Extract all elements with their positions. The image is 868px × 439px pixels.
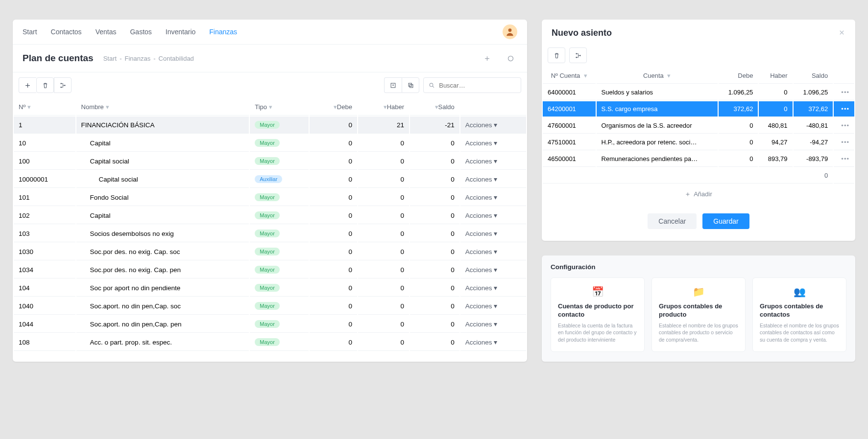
- cell-haber: 0: [358, 298, 409, 315]
- row-actions[interactable]: Acciones ▾: [460, 171, 526, 188]
- table-row[interactable]: 10CapitalMayor000Acciones ▾: [14, 135, 526, 152]
- nav-item-contactos[interactable]: Contactos: [51, 28, 82, 36]
- close-icon: [838, 29, 845, 36]
- row-menu[interactable]: •••: [841, 155, 849, 162]
- delete-button[interactable]: [36, 77, 54, 93]
- copy-button[interactable]: [402, 77, 419, 93]
- table-row[interactable]: 10000001Capital socialAuxiliar000Accione…: [14, 171, 526, 188]
- nav-item-inventario[interactable]: Inventario: [166, 28, 195, 36]
- nav-item-gastos[interactable]: Gastos: [130, 28, 151, 36]
- row-menu[interactable]: •••: [841, 139, 849, 146]
- row-actions[interactable]: Acciones ▾: [460, 189, 526, 206]
- row-actions[interactable]: Acciones ▾: [460, 116, 526, 134]
- cell-no: 10000001: [14, 171, 75, 188]
- svg-point-11: [579, 55, 581, 56]
- cell-tipo: Mayor: [250, 225, 308, 242]
- col-tipo[interactable]: Tipo▾: [250, 99, 308, 116]
- mcol-saldo[interactable]: Saldo: [794, 68, 833, 84]
- modal-tree-button[interactable]: [569, 47, 587, 63]
- row-actions[interactable]: Acciones ▾: [460, 298, 526, 315]
- table-row[interactable]: 1040Soc.aport. no din pen,Cap. socMayor0…: [14, 298, 526, 315]
- avatar[interactable]: [503, 24, 517, 39]
- col-saldo[interactable]: ▾Saldo: [410, 99, 459, 116]
- row-actions[interactable]: Acciones ▾: [460, 153, 526, 170]
- cell-haber: 0: [358, 171, 409, 188]
- col-debe[interactable]: ▾Debe: [310, 99, 357, 116]
- svg-rect-7: [410, 84, 412, 87]
- row-actions[interactable]: Acciones ▾: [460, 207, 526, 224]
- row-actions[interactable]: Acciones ▾: [460, 334, 526, 351]
- close-button[interactable]: [838, 27, 845, 39]
- nav-item-ventas[interactable]: Ventas: [96, 28, 117, 36]
- table-row[interactable]: 100Capital socialMayor000Acciones ▾: [14, 153, 526, 170]
- mcol-no[interactable]: Nº Cuenta ▾: [543, 68, 596, 84]
- entry-row[interactable]: 64000001Sueldos y salarios1.096,2501.096…: [543, 85, 854, 100]
- row-actions[interactable]: Acciones ▾: [460, 243, 526, 260]
- table-row[interactable]: 102CapitalMayor000Acciones ▾: [14, 207, 526, 224]
- cell-tipo: Mayor: [250, 243, 308, 260]
- config-card[interactable]: 📅Cuentas de producto por contactoEstable…: [551, 277, 645, 352]
- modal-delete-button[interactable]: [548, 47, 565, 63]
- cell-debe: 0: [719, 118, 758, 134]
- breadcrumb-item[interactable]: Contabilidad: [159, 55, 194, 62]
- new-row-button[interactable]: [19, 77, 36, 93]
- nav-item-finanzas[interactable]: Finanzas: [209, 28, 237, 36]
- cell-haber: 0: [759, 101, 792, 117]
- table-row[interactable]: 1030Soc.por des. no exig. Cap. socMayor0…: [14, 243, 526, 260]
- cancel-button[interactable]: Cancelar: [648, 213, 697, 229]
- row-actions[interactable]: Acciones ▾: [460, 225, 526, 242]
- row-menu[interactable]: •••: [841, 89, 849, 96]
- mcol-debe[interactable]: Debe: [719, 68, 758, 84]
- svg-point-3: [60, 87, 62, 88]
- row-menu[interactable]: •••: [841, 122, 849, 129]
- refresh-button[interactable]: [504, 51, 517, 65]
- tree-button[interactable]: [54, 77, 72, 93]
- nav-item-start[interactable]: Start: [23, 28, 37, 36]
- mcol-haber[interactable]: Haber: [759, 68, 792, 84]
- row-actions[interactable]: Acciones ▾: [460, 135, 526, 152]
- breadcrumb-item[interactable]: Finanzas: [124, 55, 150, 62]
- entry-row[interactable]: 46500001Remuneraciones pendientes pa…089…: [543, 151, 854, 167]
- cell-no: 1044: [14, 316, 75, 333]
- table-row[interactable]: 1044Soc.aport. no din pen,Cap. penMayor0…: [14, 316, 526, 333]
- cell-nombre: Soc.por des. no exig. Cap. soc: [76, 243, 249, 260]
- cell-nombre: Acc. o part. prop. sit. espec.: [76, 334, 249, 351]
- mcol-cuenta[interactable]: Cuenta ▾: [597, 68, 718, 84]
- table-row[interactable]: 1FINANCIACIÓN BÁSICAMayor021-21Acciones …: [14, 116, 526, 134]
- cell-saldo: 0: [410, 225, 459, 242]
- svg-point-4: [64, 85, 66, 86]
- cell-nombre: Socios desembolsos no exig: [76, 225, 249, 242]
- row-actions[interactable]: Acciones ▾: [460, 261, 526, 278]
- row-actions[interactable]: Acciones ▾: [460, 316, 526, 333]
- search-input[interactable]: [439, 82, 516, 89]
- accounts-table: Nº▾ Nombre▾ Tipo▾ ▾Debe ▾Haber ▾Saldo 1F…: [13, 98, 527, 352]
- table-row[interactable]: 108Acc. o part. prop. sit. espec.Mayor00…: [14, 334, 526, 351]
- col-no[interactable]: Nº▾: [14, 99, 75, 116]
- entry-row[interactable]: 47510001H.P., acreedora por retenc. soci…: [543, 135, 854, 150]
- add-button[interactable]: [480, 51, 494, 65]
- cell-tipo: Mayor: [250, 334, 308, 351]
- table-row[interactable]: 101Fondo SocialMayor000Acciones ▾: [14, 189, 526, 206]
- cell-debe: 0: [310, 135, 357, 152]
- table-row[interactable]: 103Socios desembolsos no exigMayor000Acc…: [14, 225, 526, 242]
- table-row[interactable]: 1034Soc.por des. no exig. Cap. penMayor0…: [14, 261, 526, 278]
- cell-tipo: Mayor: [250, 207, 308, 224]
- cell-haber: 0: [358, 207, 409, 224]
- save-button[interactable]: Guardar: [702, 213, 749, 229]
- col-nombre[interactable]: Nombre▾: [76, 99, 249, 116]
- config-card[interactable]: 📁Grupos contables de productoEstablece e…: [651, 277, 746, 352]
- row-actions[interactable]: Acciones ▾: [460, 279, 526, 297]
- breadcrumb-item[interactable]: Start: [103, 55, 117, 62]
- table-row[interactable]: 104Soc por aport no din pendienteMayor00…: [14, 279, 526, 297]
- cell-no: 1: [14, 116, 75, 134]
- row-menu[interactable]: •••: [841, 105, 849, 113]
- cell-nombre: Fondo Social: [76, 189, 249, 206]
- cell-saldo: -893,79: [794, 151, 833, 167]
- entry-row[interactable]: 64200001S.S. cargo empresa372,620372,62•…: [543, 101, 854, 117]
- col-haber[interactable]: ▾Haber: [358, 99, 409, 116]
- config-card[interactable]: 👥Grupos contables de contactosEstablece …: [752, 277, 846, 352]
- cell-saldo: 0: [410, 334, 459, 351]
- add-line-button[interactable]: Añadir: [542, 185, 855, 204]
- import-button[interactable]: [384, 77, 402, 93]
- entry-row[interactable]: 47600001Organismos de la S.S. acreedor04…: [543, 118, 854, 134]
